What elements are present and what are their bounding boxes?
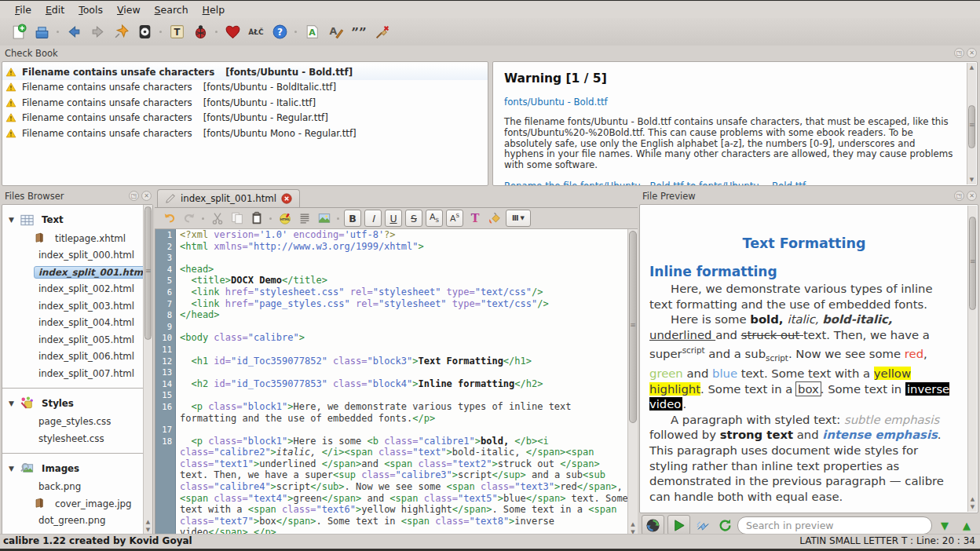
chevron-down-icon[interactable]: ▼ (9, 400, 20, 407)
html-tidy-icon: HTML (278, 211, 292, 225)
chevron-down-icon[interactable]: ▼ (9, 216, 20, 224)
file-item[interactable]: index_split_000.html (2, 247, 152, 265)
float-panel-icon[interactable]: ◳ (954, 48, 964, 58)
file-item[interactable]: dot_green.png (2, 513, 152, 530)
float-panel-icon[interactable]: ◳ (954, 191, 964, 201)
subscript-button[interactable]: AS (426, 210, 443, 227)
cut-button[interactable] (209, 210, 225, 227)
pin-button[interactable] (111, 22, 131, 42)
file-item[interactable]: index_split_001.html (2, 264, 152, 281)
strike-button[interactable]: S (405, 210, 422, 227)
preview-heading-inline-formatting: Inline formatting (649, 265, 959, 280)
code-editor[interactable]: 1<?xml version='1.0' encoding='utf-8'?>2… (155, 229, 628, 537)
auto-reload-button[interactable] (642, 515, 664, 535)
help-button[interactable]: ? (269, 22, 290, 42)
check-book-warning-list: Filename contains unsafe characters[font… (2, 61, 488, 186)
preview-scrollbar[interactable]: ▲ ▼ (967, 206, 977, 512)
warning-row[interactable]: Filename contains unsafe characters[font… (2, 80, 488, 96)
preview-search-input[interactable] (737, 516, 932, 535)
warning-row[interactable]: Filename contains unsafe characters[font… (2, 64, 488, 80)
file-item[interactable]: index_split_003.html (2, 297, 152, 315)
code-line: 14 <h2 id="id_Toc359077853" class="block… (155, 378, 628, 390)
tab-index-split-001[interactable]: index_split_001.html (157, 189, 300, 207)
letter-t-badge-button[interactable]: T (166, 22, 187, 42)
copy-button[interactable] (229, 210, 245, 227)
file-item[interactable]: cover_image.jpg (2, 495, 152, 513)
help-icon: ? (272, 24, 288, 40)
warning-row[interactable]: Filename contains unsafe characters[font… (2, 95, 488, 111)
reload-preview-button[interactable] (715, 516, 734, 535)
superscript-button[interactable]: AS (446, 210, 463, 227)
warning-file-link[interactable]: fonts/Ubuntu - Bold.ttf (504, 97, 956, 108)
special-characters-button[interactable]: ÅŁČ (246, 22, 266, 42)
donate-heart-button[interactable] (222, 22, 243, 42)
warning-row[interactable]: Filename contains unsafe characters[font… (2, 126, 488, 141)
file-item[interactable]: index_split_004.html (2, 315, 152, 332)
code-line: 7 <link href="page_styles.css" rel="styl… (155, 298, 628, 310)
files-scrollbar[interactable]: ▲ ▼ (143, 205, 152, 535)
save-button[interactable] (31, 22, 52, 42)
paste-button[interactable] (248, 210, 265, 227)
chevron-down-icon[interactable]: ▼ (9, 465, 20, 473)
paste-icon (250, 211, 264, 225)
file-item[interactable]: index_split_007.html (2, 365, 152, 382)
font-color-button[interactable]: T (466, 210, 483, 227)
file-item[interactable]: page_styles.css (2, 414, 152, 431)
file-item[interactable]: stylesheet.css (2, 430, 152, 447)
file-item[interactable]: index_split_005.html (2, 331, 152, 348)
arrange-file-button[interactable]: A (302, 22, 322, 42)
tab-close-icon[interactable] (281, 193, 292, 204)
menu-help[interactable]: Help (196, 2, 232, 17)
calibre-edit-book-window: FileEditToolsViewSearchHelp TÅŁČ?AA”” Ch… (0, 0, 980, 551)
warning-row[interactable]: Filename contains unsafe characters[font… (2, 111, 488, 126)
go-back-button[interactable] (64, 22, 84, 42)
sync-to-position-button[interactable] (693, 516, 712, 535)
undo-button[interactable] (161, 210, 177, 227)
smarten-punctuation-button[interactable]: ”” (349, 22, 369, 42)
files-section-images[interactable]: ▼Images (2, 458, 152, 479)
new-file-button[interactable] (8, 22, 28, 42)
underline-button[interactable]: U (385, 210, 402, 227)
menu-file[interactable]: File (8, 2, 38, 17)
file-item[interactable]: titlepage.xhtml (2, 230, 152, 247)
menu-tools[interactable]: Tools (71, 2, 110, 17)
menu-search[interactable]: Search (148, 2, 196, 17)
menu-edit[interactable]: Edit (38, 2, 71, 17)
warning-icon (5, 112, 16, 123)
check-book-bug-button[interactable] (190, 22, 210, 42)
find-previous-icon[interactable]: ▲ (957, 516, 976, 535)
close-panel-icon[interactable]: ✕ (967, 191, 977, 201)
html-tidy-button[interactable]: HTML (276, 210, 293, 227)
refresh-preview-button[interactable] (667, 515, 690, 535)
remove-unused-css-button[interactable] (372, 22, 393, 42)
find-next-icon[interactable]: ▼ (935, 516, 954, 535)
spell-check-button[interactable]: A (325, 22, 346, 42)
editor-scrollbar[interactable]: ▲ ▼ (627, 229, 638, 537)
menu-view[interactable]: View (110, 2, 148, 17)
format-lines-button[interactable] (296, 210, 313, 227)
go-forward-button[interactable] (87, 22, 108, 42)
warning-fix-link[interactable]: Rename the file fonts/Ubuntu - Bold.ttf … (504, 181, 956, 186)
close-panel-icon[interactable]: ✕ (967, 48, 977, 58)
copy-icon (230, 211, 244, 225)
files-section-styles[interactable]: ▼Styles (2, 393, 152, 414)
disc-button[interactable] (134, 22, 155, 42)
float-panel-icon[interactable]: ◳ (129, 191, 139, 201)
files-tree: ▼Texttitlepage.xhtmlindex_split_000.html… (2, 204, 153, 535)
check-book-detail: Warning [1 / 5] fonts/Ubuntu - Bold.ttf … (492, 61, 978, 186)
detail-scrollbar[interactable]: ▲ ▼ (967, 63, 976, 184)
close-panel-icon[interactable]: ✕ (141, 191, 152, 201)
files-section-text[interactable]: ▼Text (2, 210, 152, 230)
bold-button[interactable]: B (344, 210, 361, 227)
insert-image-button[interactable] (316, 210, 332, 227)
block-style-dropdown-button[interactable]: Ⅲ▼ (506, 210, 531, 227)
fill-color-button[interactable] (486, 210, 503, 227)
file-item[interactable]: back.png (2, 479, 152, 496)
files-browser-panel: Files Browser ◳ ✕ ▼Texttitlepage.xhtmlin… (0, 189, 155, 537)
italic-button[interactable]: I (364, 210, 382, 227)
font-color-icon: T (468, 211, 482, 225)
file-item[interactable]: index_split_002.html (2, 281, 152, 298)
preview-paragraph: A paragraph with styled text: subtle emp… (649, 412, 959, 505)
file-item[interactable]: index_split_006.html (2, 348, 152, 366)
redo-button[interactable] (181, 210, 197, 227)
